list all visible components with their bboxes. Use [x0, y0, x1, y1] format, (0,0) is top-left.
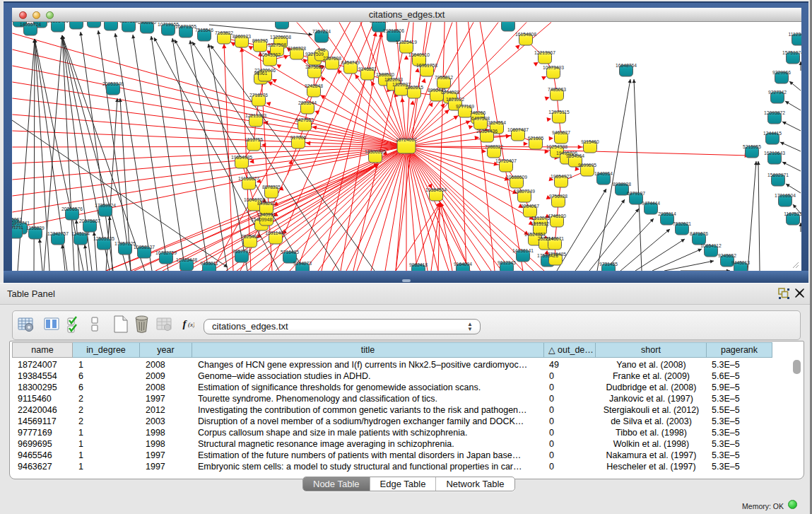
svg-text:9194073: 9194073 [293, 261, 312, 266]
svg-text:3875685: 3875685 [305, 64, 324, 69]
svg-text:9242848: 9242848 [305, 83, 323, 88]
svg-text:1588520: 1588520 [376, 72, 394, 77]
svg-text:15751074: 15751074 [782, 50, 801, 55]
svg-text:7955812: 7955812 [435, 75, 453, 80]
svg-text:10607487: 10607487 [507, 127, 529, 132]
svg-text:8938928: 8938928 [613, 182, 631, 187]
svg-text:8678335: 8678335 [262, 185, 281, 189]
svg-text:1621022: 1621022 [446, 97, 464, 102]
svg-text:9777169: 9777169 [456, 104, 474, 109]
svg-text:10958137: 10958137 [134, 245, 155, 250]
svg-text:8498222: 8498222 [257, 201, 276, 206]
svg-text:621605: 621605 [528, 136, 544, 141]
svg-text:1610755: 1610755 [245, 137, 263, 142]
svg-text:9455011: 9455011 [200, 261, 218, 266]
svg-text:18807249: 18807249 [514, 189, 535, 194]
svg-text:14136141: 14136141 [512, 248, 534, 253]
svg-text:(x): (x) [188, 321, 194, 328]
svg-text:2087682: 2087682 [499, 22, 517, 23]
svg-text:1145194: 1145194 [71, 231, 90, 236]
svg-text:1244415: 1244415 [763, 131, 782, 136]
svg-text:17016504: 17016504 [775, 193, 796, 198]
svg-text:19218506: 19218506 [383, 28, 404, 33]
svg-text:746266: 746266 [470, 110, 486, 115]
svg-text:16671355: 16671355 [175, 24, 196, 29]
svg-text:7357224: 7357224 [312, 29, 331, 34]
svg-text:12505135: 12505135 [93, 236, 114, 241]
svg-text:8186328: 8186328 [288, 46, 306, 51]
svg-text:9612345: 9612345 [498, 260, 516, 265]
svg-text:12093872: 12093872 [764, 110, 785, 115]
svg-text:19384554: 19384554 [425, 187, 447, 192]
svg-text:1540991: 1540991 [257, 212, 276, 217]
svg-text:17957225: 17957225 [114, 241, 136, 246]
svg-text:10973493: 10973493 [543, 65, 564, 70]
svg-text:11123456: 11123456 [789, 32, 801, 37]
svg-text:9699695: 9699695 [578, 163, 596, 168]
svg-text:2803144: 2803144 [298, 100, 317, 105]
svg-text:16648764: 16648764 [616, 63, 637, 68]
svg-text:19166827: 19166827 [238, 176, 259, 181]
svg-text:16782759: 16782759 [155, 250, 177, 255]
svg-text:9115460: 9115460 [581, 139, 599, 144]
svg-text:18300295: 18300295 [365, 149, 386, 154]
svg-text:6794028: 6794028 [441, 90, 459, 95]
svg-text:1822033: 1822033 [384, 77, 403, 82]
svg-text:15409948: 15409948 [251, 217, 272, 222]
svg-text:13226058: 13226058 [270, 35, 291, 40]
svg-text:9245652: 9245652 [718, 253, 736, 258]
svg-text:20691406: 20691406 [47, 22, 69, 23]
svg-text:8813054: 8813054 [370, 22, 388, 23]
svg-text:20975867: 20975867 [79, 218, 100, 223]
svg-text:9463627: 9463627 [552, 130, 570, 135]
svg-text:2935114: 2935114 [658, 211, 676, 216]
svg-text:9164094: 9164094 [454, 262, 472, 267]
svg-text:9756928: 9756928 [549, 194, 567, 199]
svg-text:7163822: 7163822 [215, 30, 233, 35]
svg-text:6879197: 6879197 [627, 191, 645, 196]
svg-text:12213383: 12213383 [245, 113, 266, 118]
svg-text:22420046: 22420046 [254, 68, 276, 73]
svg-text:5215955: 5215955 [743, 144, 761, 149]
svg-text:19654923: 19654923 [551, 174, 572, 179]
svg-text:10688609: 10688609 [506, 175, 527, 180]
svg-text:18724007: 18724007 [396, 137, 417, 142]
svg-text:f: f [183, 318, 188, 329]
svg-text:8454749: 8454749 [341, 60, 360, 65]
svg-text:8471676: 8471676 [690, 231, 708, 236]
svg-text:15692971: 15692971 [767, 173, 789, 177]
svg-text:9327508: 9327508 [268, 42, 286, 47]
svg-text:10543362: 10543362 [259, 52, 281, 57]
svg-text:1640954: 1640954 [594, 171, 613, 176]
svg-text:1527602: 1527602 [119, 22, 138, 23]
svg-text:16961758: 16961758 [416, 63, 437, 68]
svg-text:9445013: 9445013 [731, 260, 750, 265]
svg-text:9731455: 9731455 [599, 262, 618, 267]
svg-text:4746120: 4746120 [548, 214, 566, 218]
svg-text:7986322: 7986322 [485, 144, 503, 149]
svg-text:13716485: 13716485 [545, 252, 566, 257]
svg-text:5716485: 5716485 [281, 250, 299, 255]
svg-text:9657791: 9657791 [233, 249, 251, 254]
svg-text:2718176: 2718176 [249, 93, 268, 98]
svg-text:20053346: 20053346 [102, 81, 124, 86]
svg-text:16911447: 16911447 [265, 230, 286, 235]
svg-text:9554964: 9554964 [566, 153, 584, 158]
svg-text:3624554: 3624554 [488, 120, 506, 125]
svg-text:9474444: 9474444 [642, 201, 660, 206]
svg-text:16154808: 16154808 [515, 32, 536, 37]
svg-text:2367608: 2367608 [323, 56, 341, 61]
svg-text:1615132: 1615132 [531, 221, 549, 226]
svg-text:546: 546 [317, 47, 325, 52]
svg-text:12342757: 12342757 [47, 231, 69, 236]
svg-text:917006: 917006 [290, 135, 307, 140]
svg-text:16210643: 16210643 [764, 151, 785, 156]
svg-text:20364436: 20364436 [476, 129, 498, 134]
svg-text:8427552: 8427552 [295, 117, 314, 122]
svg-text:9227342: 9227342 [768, 90, 787, 95]
svg-text:10254388: 10254388 [546, 144, 567, 149]
svg-text:9146821: 9146821 [358, 66, 377, 71]
svg-text:14055724: 14055724 [20, 22, 41, 27]
svg-text:891295: 891295 [252, 38, 269, 43]
svg-text:13325419: 13325419 [396, 40, 417, 45]
